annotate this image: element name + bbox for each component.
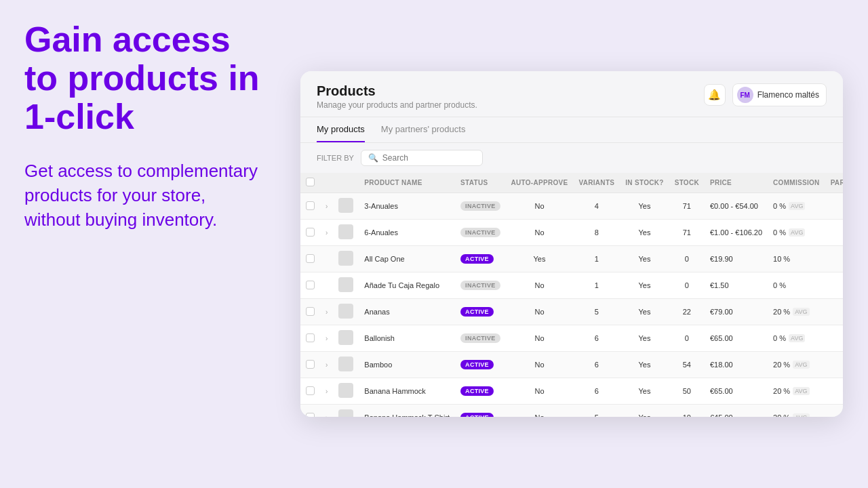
- expand-arrow-icon[interactable]: ›: [326, 414, 328, 417]
- row-price: €0.00 - €54.00: [705, 193, 768, 220]
- row-in-stock: Yes: [620, 352, 669, 378]
- row-expand-cell: [320, 246, 333, 272]
- status-badge: ACTIVE: [460, 360, 494, 369]
- row-checkbox[interactable]: [306, 228, 315, 237]
- row-auto-approve: No: [506, 220, 574, 246]
- row-checkbox-cell: [300, 272, 320, 299]
- row-variants: 6: [573, 325, 620, 352]
- row-img-cell: [333, 325, 359, 352]
- expand-arrow-icon[interactable]: ›: [326, 229, 328, 237]
- row-checkbox[interactable]: [306, 254, 315, 263]
- row-price: €18.00: [705, 352, 768, 378]
- row-auto-approve: No: [506, 299, 574, 325]
- tab-partners-products[interactable]: My partners' products: [381, 117, 466, 142]
- user-menu-button[interactable]: FM Flamenco maltés: [732, 83, 827, 106]
- row-in-stock: Yes: [620, 378, 669, 405]
- commission-value: 0 %: [773, 334, 786, 342]
- col-expand: [320, 173, 333, 193]
- commission-value: 20 %: [773, 308, 790, 316]
- row-expand-cell: ›: [320, 193, 333, 220]
- row-in-stock: Yes: [620, 272, 669, 299]
- search-box[interactable]: 🔍: [361, 150, 483, 166]
- row-in-stock: Yes: [620, 193, 669, 220]
- row-variants: 1: [573, 246, 620, 272]
- row-partners: 0: [825, 299, 843, 325]
- row-stock: 50: [669, 378, 705, 405]
- commission-value: 0 %: [773, 202, 786, 210]
- row-variants: 6: [573, 378, 620, 405]
- row-product-name: 6-Anuales: [359, 220, 455, 246]
- row-auto-approve: No: [506, 378, 574, 405]
- expand-arrow-icon[interactable]: ›: [326, 388, 328, 395]
- row-stock: 0: [669, 246, 705, 272]
- row-status: ACTIVE: [455, 378, 505, 405]
- row-in-stock: Yes: [620, 299, 669, 325]
- row-auto-approve: No: [506, 272, 574, 299]
- row-price: €45.00: [705, 405, 768, 418]
- bell-icon: 🔔: [708, 89, 721, 101]
- expand-arrow-icon[interactable]: ›: [326, 361, 328, 369]
- table-row: › Ballonish INACTIVE No 6 Yes 0 €65.00 0…: [300, 325, 843, 352]
- expand-arrow-icon[interactable]: ›: [326, 335, 328, 342]
- row-checkbox[interactable]: [306, 386, 315, 395]
- row-checkbox[interactable]: [306, 201, 315, 210]
- header-right: 🔔 FM Flamenco maltés: [704, 83, 827, 106]
- row-expand-cell: ›: [320, 405, 333, 418]
- col-status: STATUS: [455, 173, 505, 193]
- row-expand-cell: ›: [320, 220, 333, 246]
- row-product-name: Bamboo: [359, 352, 455, 378]
- row-product-name: All Cap One: [359, 246, 455, 272]
- row-price: €79.00: [705, 299, 768, 325]
- row-status: INACTIVE: [455, 272, 505, 299]
- row-product-name: Ballonish: [359, 325, 455, 352]
- select-all-checkbox[interactable]: [306, 178, 315, 186]
- row-variants: 1: [573, 272, 620, 299]
- row-partners: 0: [825, 405, 843, 418]
- row-checkbox[interactable]: [306, 333, 315, 342]
- col-img: [333, 173, 359, 193]
- row-checkbox[interactable]: [306, 360, 315, 369]
- left-panel: Gain access to products in 1-click Get a…: [0, 0, 285, 260]
- notification-bell-button[interactable]: 🔔: [704, 84, 726, 106]
- avg-label: AVG: [789, 202, 805, 210]
- product-thumbnail: [338, 304, 353, 319]
- col-partners: PARTNERS: [825, 173, 843, 193]
- col-product-name: PRODUCT NAME: [359, 173, 455, 193]
- table-row: › 6-Anuales INACTIVE No 8 Yes 71 €1.00 -…: [300, 220, 843, 246]
- col-price: PRICE: [705, 173, 768, 193]
- row-stock: 71: [669, 220, 705, 246]
- row-img-cell: [333, 193, 359, 220]
- row-auto-approve: Yes: [506, 246, 574, 272]
- col-auto-approve: AUTO-APPROVE: [506, 173, 574, 193]
- expand-arrow-icon[interactable]: ›: [326, 308, 328, 316]
- row-checkbox[interactable]: [306, 307, 315, 316]
- col-variants: VARIANTS: [573, 173, 620, 193]
- commission-value: 20 %: [773, 361, 790, 369]
- search-input[interactable]: [382, 153, 475, 163]
- row-checkbox[interactable]: [306, 413, 315, 418]
- app-header: Products Manage your products and partne…: [300, 71, 843, 117]
- row-checkbox[interactable]: [306, 281, 315, 289]
- commission-value: 0 %: [773, 228, 786, 237]
- table-row: › 3-Anuales INACTIVE No 4 Yes 71 €0.00 -…: [300, 193, 843, 220]
- expand-arrow-icon[interactable]: ›: [326, 203, 328, 210]
- commission-value: 0 %: [773, 281, 786, 289]
- col-commission: COMMISSION: [768, 173, 825, 193]
- row-status: ACTIVE: [455, 299, 505, 325]
- row-product-name: Banana Hammock: [359, 378, 455, 405]
- tab-my-products[interactable]: My products: [317, 117, 365, 142]
- user-name: Flamenco maltés: [757, 90, 819, 100]
- row-checkbox-cell: [300, 352, 320, 378]
- app-title-block: Products Manage your products and partne…: [317, 83, 477, 110]
- row-stock: 71: [669, 193, 705, 220]
- status-badge: INACTIVE: [460, 201, 500, 211]
- col-stock: STOCK: [669, 173, 705, 193]
- row-commission: 10 %: [768, 246, 825, 272]
- search-icon: 🔍: [368, 153, 378, 163]
- row-variants: 8: [573, 220, 620, 246]
- row-partners: 0: [825, 220, 843, 246]
- row-partners: 0: [825, 193, 843, 220]
- row-img-cell: [333, 352, 359, 378]
- row-variants: 5: [573, 405, 620, 418]
- row-status: INACTIVE: [455, 220, 505, 246]
